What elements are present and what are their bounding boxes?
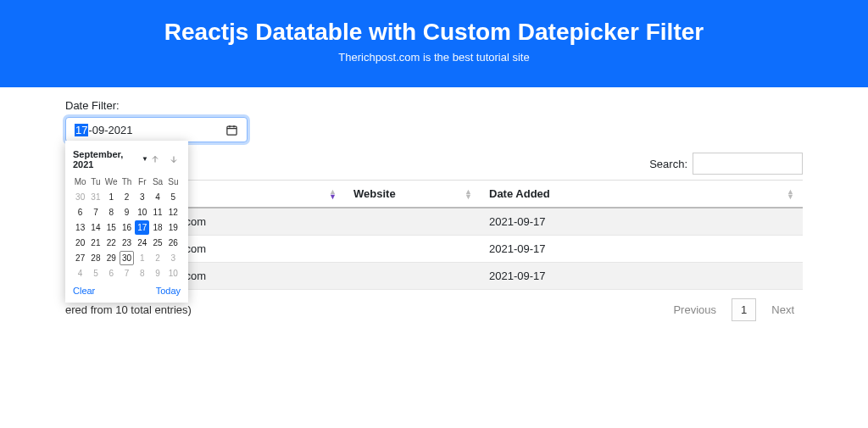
datepicker-day[interactable]: 1 bbox=[135, 251, 149, 265]
col-date-added[interactable]: Date Added ▲▼ bbox=[481, 181, 803, 208]
date-filter-input[interactable]: 17-09-2021 bbox=[65, 117, 248, 142]
datepicker-day[interactable]: 13 bbox=[73, 220, 87, 235]
datepicker-dow: Su bbox=[166, 175, 181, 189]
datepicker-day[interactable]: 21 bbox=[88, 236, 103, 250]
svg-rect-0 bbox=[227, 126, 236, 135]
pagination: Previous 1 Next bbox=[665, 298, 803, 321]
datepicker-day[interactable]: 8 bbox=[135, 266, 149, 281]
datepicker-day[interactable]: 16 bbox=[120, 220, 134, 235]
datepicker-day[interactable]: 9 bbox=[120, 205, 134, 220]
datepicker-day[interactable]: 10 bbox=[166, 266, 181, 281]
datepicker-day[interactable]: 8 bbox=[104, 205, 119, 220]
next-month-button[interactable] bbox=[167, 153, 181, 166]
datepicker-day[interactable]: 1 bbox=[104, 190, 119, 204]
datepicker-day[interactable]: 24 bbox=[135, 236, 149, 250]
datepicker-day[interactable]: 15 bbox=[104, 220, 119, 235]
datepicker-day[interactable]: 22 bbox=[104, 236, 119, 250]
cell-website bbox=[345, 236, 481, 263]
search-label: Search: bbox=[649, 153, 803, 175]
date-filter-rest: -09-2021 bbox=[88, 124, 132, 136]
search-input[interactable] bbox=[693, 153, 803, 175]
datepicker-day[interactable]: 17 bbox=[135, 220, 149, 235]
datepicker-day[interactable]: 20 bbox=[73, 236, 87, 250]
datepicker-day[interactable]: 4 bbox=[150, 190, 164, 204]
datepicker-dow: Fr bbox=[135, 175, 149, 189]
datepicker-day[interactable]: 28 bbox=[88, 251, 103, 265]
datepicker-popup: September, 2021 ▼ MoTuWeThFrSaSu30311234… bbox=[65, 141, 188, 303]
col-website[interactable]: Website ▲▼ bbox=[345, 181, 481, 208]
caret-down-icon: ▼ bbox=[142, 155, 148, 163]
datepicker-day[interactable]: 2 bbox=[150, 251, 164, 265]
cell-website bbox=[345, 208, 481, 236]
datepicker-dow: Mo bbox=[73, 175, 87, 189]
calendar-icon[interactable] bbox=[225, 124, 238, 136]
sort-icon: ▲▼ bbox=[465, 189, 472, 199]
datepicker-day[interactable]: 6 bbox=[104, 266, 119, 281]
datepicker-month-select[interactable]: September, 2021 ▼ bbox=[73, 149, 148, 170]
datepicker-day[interactable]: 12 bbox=[166, 205, 181, 220]
datepicker-day[interactable]: 3 bbox=[166, 251, 181, 265]
datepicker-day[interactable]: 27 bbox=[73, 251, 87, 265]
prev-month-button[interactable] bbox=[148, 153, 162, 166]
datepicker-day[interactable]: 4 bbox=[73, 266, 87, 281]
datepicker-day[interactable]: 18 bbox=[150, 220, 164, 235]
datepicker-day[interactable]: 3 bbox=[135, 190, 149, 204]
datepicker-day[interactable]: 23 bbox=[120, 236, 134, 250]
datepicker-day[interactable]: 2 bbox=[120, 190, 134, 204]
datepicker-dow: Th bbox=[120, 175, 134, 189]
datepicker-day[interactable]: 26 bbox=[166, 236, 181, 250]
datepicker-clear[interactable]: Clear bbox=[73, 286, 95, 296]
prev-button[interactable]: Previous bbox=[665, 299, 725, 320]
datepicker-day[interactable]: 29 bbox=[104, 251, 119, 265]
datepicker-day[interactable]: 6 bbox=[73, 205, 87, 220]
datepicker-dow: We bbox=[104, 175, 119, 189]
datepicker-day[interactable]: 5 bbox=[88, 266, 103, 281]
page-subtitle: Therichpost.com is the best tutorial sit… bbox=[0, 51, 868, 64]
datepicker-day[interactable]: 30 bbox=[73, 190, 87, 204]
sort-icon: ▲▼ bbox=[329, 189, 337, 199]
date-filter-label: Date Filter: bbox=[65, 99, 803, 112]
datepicker-today[interactable]: Today bbox=[156, 286, 181, 296]
datepicker-dow: Sa bbox=[150, 175, 164, 189]
datepicker-day[interactable]: 19 bbox=[166, 220, 181, 235]
cell-date-added: 2021-09-17 bbox=[481, 236, 803, 263]
datepicker-day[interactable]: 14 bbox=[88, 220, 103, 235]
page-number[interactable]: 1 bbox=[732, 298, 756, 321]
datepicker-day[interactable]: 25 bbox=[150, 236, 164, 250]
datepicker-day[interactable]: 7 bbox=[88, 205, 103, 220]
cell-date-added: 2021-09-17 bbox=[481, 263, 803, 290]
sort-icon: ▲▼ bbox=[787, 189, 794, 199]
datepicker-day[interactable]: 10 bbox=[135, 205, 149, 220]
datepicker-day[interactable]: 30 bbox=[120, 251, 134, 265]
datepicker-day[interactable]: 7 bbox=[120, 266, 134, 281]
cell-website bbox=[345, 263, 481, 290]
cell-date-added: 2021-09-17 bbox=[481, 208, 803, 236]
datepicker-dow: Tu bbox=[88, 175, 103, 189]
datepicker-day[interactable]: 31 bbox=[88, 190, 103, 204]
date-filter-selected-day: 17 bbox=[75, 124, 88, 136]
table-info: ered from 10 total entries) bbox=[65, 303, 192, 316]
datepicker-day[interactable]: 5 bbox=[166, 190, 181, 204]
page-title: Reactjs Datatable with Custom Datepicker… bbox=[0, 19, 868, 46]
next-button[interactable]: Next bbox=[763, 299, 803, 320]
page-header: Reactjs Datatable with Custom Datepicker… bbox=[0, 0, 868, 87]
datepicker-day[interactable]: 9 bbox=[150, 266, 164, 281]
datepicker-day[interactable]: 11 bbox=[150, 205, 164, 220]
